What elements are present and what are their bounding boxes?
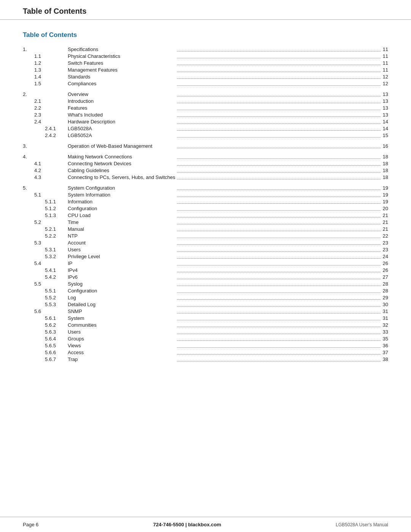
toc-number: 4.3	[23, 174, 68, 181]
toc-dots	[177, 315, 381, 321]
toc-page: 13	[381, 111, 388, 118]
toc-label: Physical Characteristics	[68, 53, 177, 59]
toc-row: 1.4Standards12	[23, 73, 388, 80]
toc-dots	[177, 125, 381, 132]
toc-label: Introduction	[68, 97, 177, 104]
toc-row: 3.Operation of Web-Based Management16	[23, 142, 388, 149]
toc-dots	[177, 73, 381, 80]
toc-row: 5.5.1Configuration28	[23, 287, 388, 294]
toc-label: Specifications	[68, 46, 177, 53]
toc-dots	[177, 349, 381, 356]
toc-row: 5.5.3Detailed Log30	[23, 301, 388, 308]
toc-label: LGB5052A	[68, 132, 177, 139]
toc-page: 11	[381, 46, 388, 53]
toc-page: 13	[381, 97, 388, 104]
toc-label: Overview	[68, 91, 177, 97]
toc-label: Users	[68, 246, 177, 253]
toc-page: 31	[381, 315, 388, 321]
toc-page: 19	[381, 198, 388, 205]
toc-row: 5.1.2Configuration20	[23, 205, 388, 212]
toc-dots	[177, 342, 381, 349]
toc-row: 5.6.7Trap38	[23, 356, 388, 363]
toc-dots	[177, 118, 381, 125]
toc-label: System Information	[68, 191, 177, 198]
page-section-title: Table of Contents	[23, 7, 86, 15]
toc-dots	[177, 294, 381, 301]
toc-label: Log	[68, 294, 177, 301]
toc-row: 5.6.4Groups35	[23, 335, 388, 342]
toc-dots	[177, 321, 381, 328]
toc-number: 3.	[23, 142, 68, 149]
toc-number: 5.1	[23, 191, 68, 198]
toc-page: 14	[381, 118, 388, 125]
toc-dots	[177, 273, 381, 280]
toc-row: 5.6.6Access37	[23, 349, 388, 356]
toc-number: 5.6.1	[23, 315, 68, 321]
toc-number: 5.2.1	[23, 225, 68, 232]
toc-dots	[177, 212, 381, 219]
footer: Page 6 724-746-5500 | blackbox.com LGB50…	[0, 517, 411, 532]
toc-label: Configuration	[68, 287, 177, 294]
toc-label: IP	[68, 260, 177, 267]
toc-page: 28	[381, 280, 388, 287]
toc-row: 5.1.1Information19	[23, 198, 388, 205]
toc-label: Compliances	[68, 80, 177, 87]
toc-number: 5.6.6	[23, 349, 68, 356]
toc-row: 5.4.2IPv627	[23, 273, 388, 280]
toc-number: 5.1.3	[23, 212, 68, 219]
toc-dots	[177, 104, 381, 111]
toc-page: 27	[381, 273, 388, 280]
toc-label: Switch Features	[68, 59, 177, 66]
toc-dots	[177, 260, 381, 267]
toc-page: 35	[381, 335, 388, 342]
toc-dots	[177, 132, 381, 139]
toc-dots	[177, 308, 381, 315]
toc-label: Views	[68, 342, 177, 349]
toc-dots	[177, 225, 381, 232]
toc-number: 5.6.5	[23, 342, 68, 349]
toc-number: 2.4.1	[23, 125, 68, 132]
toc-row: 5.1System Information19	[23, 191, 388, 198]
toc-dots	[177, 219, 381, 225]
toc-dots	[177, 59, 381, 66]
toc-label: Privilege Level	[68, 253, 177, 260]
toc-label: IPv6	[68, 273, 177, 280]
toc-number: 5.3.1	[23, 246, 68, 253]
toc-row: 5.5.2Log29	[23, 294, 388, 301]
toc-row: 4.3Connecting to PCs, Servers, Hubs, and…	[23, 174, 388, 181]
toc-page: 21	[381, 225, 388, 232]
toc-dots	[177, 253, 381, 260]
toc-label: Time	[68, 219, 177, 225]
toc-page: 19	[381, 184, 388, 191]
toc-page: 11	[381, 59, 388, 66]
toc-row: 1.2Switch Features11	[23, 59, 388, 66]
toc-dots	[177, 111, 381, 118]
top-header: Table of Contents	[0, 0, 411, 20]
toc-number: 5.	[23, 184, 68, 191]
toc-number: 5.6.7	[23, 356, 68, 363]
toc-label: Trap	[68, 356, 177, 363]
toc-dots	[177, 80, 381, 87]
toc-page: 28	[381, 287, 388, 294]
toc-label: Features	[68, 104, 177, 111]
toc-number: 1.4	[23, 73, 68, 80]
toc-row: 5.2Time21	[23, 219, 388, 225]
toc-label: Making Network Connections	[68, 153, 177, 160]
toc-dots	[177, 232, 381, 239]
toc-dots	[177, 280, 381, 287]
toc-row: 5.6.2Communities32	[23, 321, 388, 328]
toc-dots	[177, 97, 381, 104]
toc-page: 18	[381, 174, 388, 181]
toc-number: 5.3.2	[23, 253, 68, 260]
toc-row: 2.2Features13	[23, 104, 388, 111]
toc-number: 5.6.3	[23, 328, 68, 335]
toc-number: 4.1	[23, 160, 68, 167]
toc-number: 5.5.3	[23, 301, 68, 308]
toc-row: 2.4.1LGB5028A14	[23, 125, 388, 132]
toc-label: Cabling Guidelines	[68, 167, 177, 174]
toc-page: 12	[381, 80, 388, 87]
toc-label: NTP	[68, 232, 177, 239]
toc-dots	[177, 267, 381, 273]
toc-page: 32	[381, 321, 388, 328]
toc-page: 37	[381, 349, 388, 356]
